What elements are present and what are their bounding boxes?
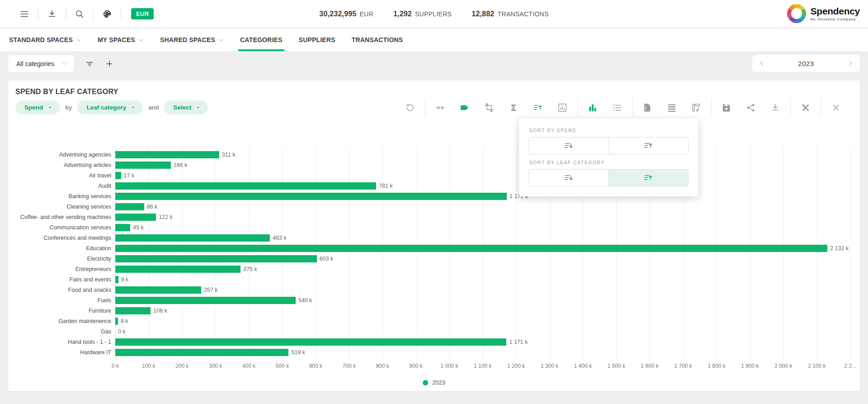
chart-row: Cleaning services86 k <box>14 201 854 212</box>
chart-row: Garden maintenence8 k <box>14 316 854 326</box>
bar-garden-maintenence[interactable] <box>115 318 118 325</box>
category-label: Electricity <box>14 256 115 262</box>
chart-row: Banking services1 172 k <box>14 191 854 201</box>
refresh-icon[interactable] <box>405 102 415 113</box>
tab-label: TRANSACTIONS <box>352 36 403 43</box>
sort-icon[interactable] <box>533 102 543 113</box>
category-label: Fuels <box>14 297 115 304</box>
topbar-stats: 30,232,995EUR1,292SUPPLIERS12,882TRANSAC… <box>319 0 548 28</box>
dimension-select[interactable]: Leaf category <box>77 100 143 114</box>
close-icon[interactable] <box>831 102 841 113</box>
sort-by-category-group <box>528 169 689 186</box>
save-icon[interactable] <box>722 102 731 113</box>
value-label: 9 k <box>121 276 129 283</box>
share-icon[interactable] <box>746 102 756 113</box>
sort-category-ascending-button[interactable] <box>609 170 689 186</box>
value-label: 781 k <box>379 183 393 189</box>
x-tick-label: 1 400 k <box>574 363 592 369</box>
bar-fuels[interactable] <box>115 297 296 304</box>
chart-row: Fairs and events9 k <box>14 274 854 285</box>
divider <box>577 99 578 117</box>
logo-name: Spendency <box>811 6 860 16</box>
settings-icon[interactable] <box>801 102 811 113</box>
bar-conferences-and-meetings[interactable] <box>115 234 270 242</box>
palette-icon[interactable] <box>102 9 112 19</box>
bar-communication-services[interactable] <box>115 224 130 231</box>
bar-advertising-articles[interactable] <box>115 162 171 169</box>
bar-coffee-and-other-vending-machines[interactable] <box>115 214 156 221</box>
download-icon[interactable] <box>47 9 57 19</box>
x-tick-label: 1 700 k <box>674 363 692 369</box>
category-label: Gas <box>14 328 115 335</box>
chevron-down-icon <box>196 105 201 110</box>
add-view-icon[interactable] <box>105 59 114 68</box>
sort-spend-descending-button[interactable] <box>529 138 609 154</box>
chevron-down-icon <box>76 38 81 43</box>
chart-row: Advertising agencies311 k <box>14 149 854 160</box>
menu-icon[interactable] <box>19 9 29 19</box>
value-label: 45 k <box>133 224 144 231</box>
chart-settings-icon[interactable] <box>557 102 567 113</box>
divider <box>93 8 94 20</box>
tab-label: SUPPLIERS <box>299 36 335 43</box>
spendency-logo-icon <box>787 4 806 23</box>
and-label: and <box>148 104 159 111</box>
category-label: Garden maintenence <box>14 318 115 324</box>
currency-badge[interactable]: EUR <box>131 8 154 19</box>
chart-row: Furniture106 k <box>14 305 854 316</box>
next-year-icon[interactable] <box>847 60 854 67</box>
value-label: 122 k <box>159 214 173 220</box>
search-icon[interactable] <box>75 9 85 19</box>
bar-cleaning-services[interactable] <box>115 203 144 210</box>
bar-fairs-and-events[interactable] <box>115 276 118 283</box>
x-tick-label: 0 k <box>112 363 119 369</box>
category-label: Furniture <box>14 308 115 314</box>
bar-advertising-agencies[interactable] <box>115 151 219 158</box>
chart-row: Coffee- and other vending machines122 k <box>14 212 854 222</box>
previous-year-icon[interactable] <box>759 60 765 67</box>
bar-chart-icon[interactable] <box>588 102 598 113</box>
report-icon[interactable] <box>642 102 652 113</box>
stat-eur: 30,232,995EUR <box>319 10 373 18</box>
tab-transactions[interactable]: TRANSACTIONS <box>350 29 405 51</box>
bar-furniture[interactable] <box>115 307 151 314</box>
category-filter-select[interactable]: All categories <box>8 55 74 72</box>
sum-icon[interactable]: Σ <box>509 102 519 113</box>
download-icon[interactable] <box>770 102 780 113</box>
tab-label: MY SPACES <box>98 36 135 43</box>
tag-icon[interactable] <box>460 102 470 113</box>
chart-row: Audit781 k <box>14 181 854 191</box>
category-label: Food and snacks <box>14 287 115 293</box>
tab-suppliers[interactable]: SUPPLIERS <box>297 29 337 51</box>
bar-air-travel[interactable] <box>115 172 121 179</box>
measure-select[interactable]: Spend <box>15 100 60 114</box>
bar-audit[interactable] <box>115 182 376 190</box>
sort-spend-ascending-button[interactable] <box>609 138 689 154</box>
bar-entrepreneurs[interactable] <box>115 266 241 273</box>
chart-row: Fuels540 k <box>14 295 854 305</box>
list-icon[interactable] <box>612 102 622 113</box>
bar-hand-tools-1-1[interactable] <box>115 338 506 346</box>
tab-label: STANDARD SPACES <box>9 36 73 43</box>
category-label: Audit <box>14 183 115 189</box>
tab-shared-spaces[interactable]: SHARED SPACES <box>158 29 226 51</box>
x-tick-label: 700 k <box>343 363 356 369</box>
bar-banking-services[interactable] <box>115 193 507 200</box>
collapse-icon[interactable] <box>435 102 445 113</box>
tab-standard-spaces[interactable]: STANDARD SPACES <box>7 29 83 51</box>
value-label: 375 k <box>243 266 257 272</box>
x-tick-label: 500 k <box>276 363 289 369</box>
filter-icon[interactable] <box>85 59 94 68</box>
secondary-dimension-select[interactable]: Select <box>164 100 208 114</box>
pivot-icon[interactable] <box>691 102 701 113</box>
bar-food-and-snacks[interactable] <box>115 286 201 294</box>
rows-icon[interactable] <box>667 102 677 113</box>
tab-my-spaces[interactable]: MY SPACES <box>96 29 146 51</box>
bar-education[interactable] <box>115 245 827 252</box>
category-label: Hand tools - 1 - 1 <box>14 339 115 345</box>
bar-electricity[interactable] <box>115 255 317 262</box>
crop-icon[interactable] <box>484 102 494 113</box>
bar-hardware-it[interactable] <box>115 349 288 356</box>
sort-category-descending-button[interactable] <box>529 170 609 186</box>
tab-categories[interactable]: CATEGORIES <box>238 29 284 51</box>
